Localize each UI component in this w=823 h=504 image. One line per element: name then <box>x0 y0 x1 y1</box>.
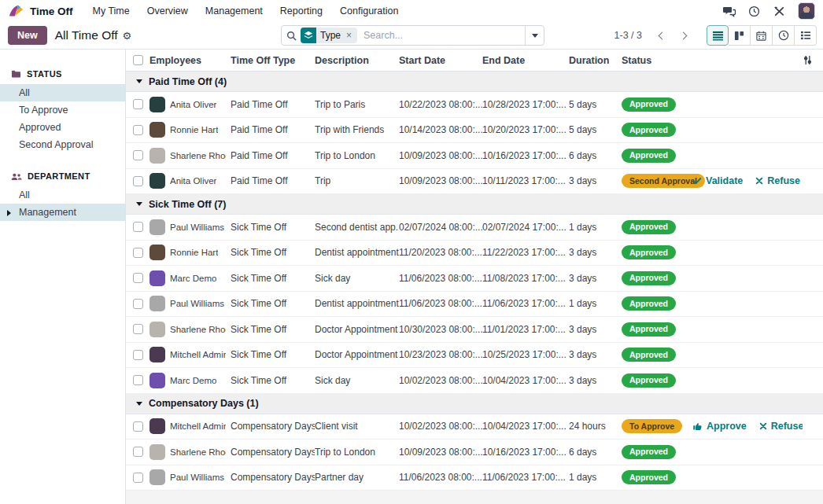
table-row[interactable]: Anita OliverPaid Time OffTrip to Paris10… <box>126 92 823 118</box>
row-checkbox[interactable] <box>133 176 143 186</box>
caret-right-icon <box>7 210 11 216</box>
layers-icon <box>301 28 316 43</box>
sidebar-item-management[interactable]: Management <box>0 204 125 221</box>
status-cell: Approved <box>622 149 692 163</box>
row-check-cell <box>126 473 149 483</box>
row-checkbox[interactable] <box>133 222 143 232</box>
row-checkbox[interactable] <box>133 99 143 109</box>
sidebar-item-to-approve[interactable]: To Approve <box>0 101 125 119</box>
employee-avatar <box>149 347 165 362</box>
facet-remove-icon[interactable]: × <box>345 30 353 41</box>
table-row[interactable]: Mitchell AdminCompensatory DaysClient vi… <box>126 414 823 440</box>
status-cell: Approved <box>622 322 692 337</box>
row-checkbox[interactable] <box>133 447 143 457</box>
sidebar-section-title-status[interactable]: STATUS <box>0 67 125 84</box>
row-check-cell <box>126 324 149 334</box>
employee-avatar <box>149 148 165 164</box>
status-badge: Approved <box>622 373 676 388</box>
column-header-status[interactable]: Status <box>622 55 692 66</box>
new-button[interactable]: New <box>8 26 47 45</box>
app-brand[interactable]: Time Off <box>8 4 73 19</box>
sidebar-item-second-approval[interactable]: Second Approval <box>0 136 125 153</box>
table-row[interactable]: Sharlene RhodesCompensatory DaysTrip to … <box>126 440 823 465</box>
row-checkbox[interactable] <box>133 299 143 309</box>
description-cell: Doctor Appointment <box>315 324 399 335</box>
column-header-description[interactable]: Description <box>315 55 399 66</box>
action-label: Refuse <box>771 421 803 432</box>
pager-next-button[interactable] <box>675 26 694 45</box>
menu-item-management[interactable]: Management <box>197 2 271 20</box>
row-actions-cell: ApproveRefuse <box>692 421 803 432</box>
table-row[interactable]: Ronnie HartPaid Time OffTrip with Friend… <box>126 118 823 144</box>
employee-cell: Sharlene Rhodes <box>149 322 231 337</box>
column-header-end-date[interactable]: End Date <box>482 55 569 66</box>
group-header-sick-time-off-7[interactable]: Sick Time Off (7) <box>126 194 823 215</box>
table-row[interactable]: Sharlene RhodesPaid Time OffTrip to Lond… <box>126 143 823 169</box>
select-all-checkbox[interactable] <box>133 55 143 65</box>
sidebar-item-all[interactable]: All <box>0 186 125 204</box>
tools-icon[interactable] <box>773 5 786 18</box>
row-checkbox[interactable] <box>133 473 143 483</box>
menu-item-configuration[interactable]: Configuration <box>331 2 407 20</box>
group-header-paid-time-off-4[interactable]: Paid Time Off (4) <box>126 72 823 92</box>
messages-icon[interactable] <box>722 5 736 18</box>
description-cell: Sick day <box>315 375 399 386</box>
employee-cell: Paul Williams <box>149 296 231 311</box>
status-badge: Approved <box>622 348 676 362</box>
column-header-label: Duration <box>569 55 609 66</box>
approve-button[interactable]: Approve <box>692 421 747 432</box>
activity-clock-icon[interactable] <box>747 5 761 18</box>
table-row[interactable]: Sharlene RhodesSick Time OffDoctor Appoi… <box>126 317 823 343</box>
search-dropdown-toggle[interactable] <box>525 26 544 45</box>
search-input[interactable] <box>357 30 525 41</box>
row-checkbox[interactable] <box>133 125 143 135</box>
employee-name: Ronnie Hart <box>170 248 218 257</box>
employee-name: Marc Demo <box>170 274 216 283</box>
sidebar-section-title-department[interactable]: DEPARTMENT <box>0 169 125 186</box>
top-navbar: Time Off My TimeOverviewManagementReport… <box>0 0 823 22</box>
column-header-duration[interactable]: Duration <box>569 55 622 66</box>
pager-previous-button[interactable] <box>651 26 670 45</box>
row-checkbox[interactable] <box>133 350 143 360</box>
row-checkbox[interactable] <box>133 273 143 283</box>
columns-settings-icon[interactable] <box>803 55 813 65</box>
chevron-left-icon <box>659 31 666 39</box>
table-row[interactable]: Anita OliverPaid Time OffTrip10/09/2023 … <box>126 169 823 195</box>
calendar-view-button[interactable] <box>751 25 773 46</box>
table-row[interactable]: Paul WilliamsCompensatory DaysPartner da… <box>126 465 823 491</box>
menu-item-reporting[interactable]: Reporting <box>271 2 331 20</box>
row-checkbox[interactable] <box>133 421 143 432</box>
row-checkbox[interactable] <box>133 375 143 385</box>
table-row[interactable]: Ronnie HartSick Time OffDentist appointm… <box>126 241 823 267</box>
table-row[interactable]: Mitchell AdminSick Time OffDoctor Appoin… <box>126 343 823 369</box>
row-checkbox[interactable] <box>133 150 143 160</box>
start-date-cell: 11/06/2023 08:00:... <box>399 273 482 284</box>
sidebar-section-label: STATUS <box>27 69 62 79</box>
kanban-view-button[interactable] <box>729 25 751 46</box>
menu-item-overview[interactable]: Overview <box>138 2 197 20</box>
list-view-button[interactable] <box>707 25 729 46</box>
user-avatar[interactable] <box>798 2 815 20</box>
table-row[interactable]: Marc DemoSick Time OffSick day11/06/2023… <box>126 266 823 292</box>
sidebar-item-approved[interactable]: Approved <box>0 119 125 136</box>
menu-item-my-time[interactable]: My Time <box>84 2 138 20</box>
group-header-compensatory-days-1[interactable]: Compensatory Days (1) <box>126 394 823 414</box>
activity-view-button[interactable] <box>795 25 817 46</box>
row-checkbox[interactable] <box>133 248 143 258</box>
refuse-button[interactable]: Refuse <box>759 421 803 432</box>
column-header-employees[interactable]: Employees <box>149 55 231 66</box>
employee-name: Sharlene Rhodes <box>170 447 226 457</box>
row-checkbox[interactable] <box>133 324 143 334</box>
refuse-button[interactable]: Refuse <box>755 175 800 186</box>
table-row[interactable]: Paul WilliamsSick Time OffSecond dentist… <box>126 215 823 241</box>
table-row[interactable]: Marc DemoSick Time OffSick day10/02/2023… <box>126 368 823 394</box>
start-date-cell: 10/22/2023 08:00:... <box>399 99 482 110</box>
row-check-cell <box>126 299 149 309</box>
validate-button[interactable]: Validate <box>692 175 743 186</box>
gantt-view-button[interactable] <box>773 25 795 46</box>
table-row[interactable]: Paul WilliamsSick Time OffDentist appoin… <box>126 292 823 318</box>
column-header-start-date[interactable]: Start Date <box>399 55 482 66</box>
column-header-time-off-type[interactable]: Time Off Type <box>231 55 315 66</box>
sidebar-item-all[interactable]: All <box>0 84 125 101</box>
gear-icon[interactable]: ⚙ <box>123 31 132 41</box>
